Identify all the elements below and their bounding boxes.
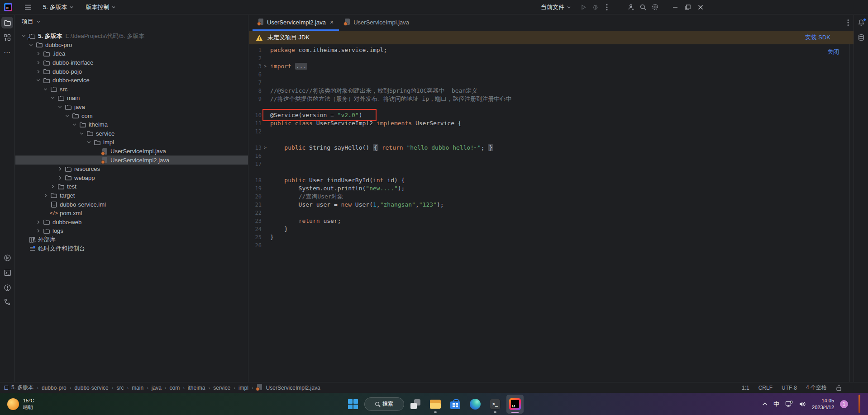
volume-icon[interactable] bbox=[799, 401, 806, 407]
tree-item-dubbo-interface[interactable]: dubbo-interface bbox=[15, 58, 248, 67]
ime-indicator[interactable]: 中 bbox=[773, 400, 779, 408]
settings-gear-icon[interactable] bbox=[649, 1, 661, 13]
code-line-20[interactable]: 20 //查询User对象 bbox=[249, 193, 854, 201]
task-view-button[interactable] bbox=[407, 395, 424, 414]
terminal-toolwindow-icon[interactable] bbox=[1, 267, 13, 278]
chevron-down-icon[interactable] bbox=[78, 131, 86, 137]
tree-item-userserviceimpl2-java[interactable]: UserServiceImpl2.java bbox=[15, 156, 248, 165]
tree-item-userserviceimpl-java[interactable]: UserServiceImpl.java bbox=[15, 147, 248, 156]
code-line-8[interactable]: 8//@Service//将该类的对象创建出来，放到Spring的IOC容器中 … bbox=[249, 87, 854, 95]
chevron-right-icon[interactable] bbox=[34, 228, 42, 234]
terminal-button[interactable]: >_ bbox=[486, 395, 504, 414]
code-line-16[interactable]: 16 bbox=[249, 152, 854, 160]
breadcrumb-item-impl[interactable]: impl bbox=[238, 385, 248, 391]
tree-item-test[interactable]: test bbox=[15, 182, 248, 191]
editor-tab-userserviceimpl2-java[interactable]: UserServiceImpl2.java× bbox=[253, 15, 339, 31]
start-button[interactable] bbox=[344, 395, 362, 414]
tree-item-main[interactable]: main bbox=[15, 94, 248, 103]
close-button[interactable] bbox=[694, 1, 707, 13]
code-line-26[interactable]: 26 bbox=[249, 241, 854, 250]
editor-tab-userserviceimpl-java[interactable]: UserServiceImpl.java bbox=[339, 15, 415, 31]
tree-item-com[interactable]: com bbox=[15, 111, 248, 120]
code-with-me-icon[interactable] bbox=[625, 1, 637, 13]
code-line-24[interactable]: 24 } bbox=[249, 225, 854, 233]
chevron-down-icon[interactable] bbox=[20, 33, 28, 39]
run-icon[interactable] bbox=[577, 1, 589, 13]
database-toolwindow-icon[interactable] bbox=[855, 32, 867, 43]
chevron-right-icon[interactable] bbox=[56, 166, 64, 172]
tree-item-src[interactable]: src bbox=[15, 85, 248, 94]
caret-position[interactable]: 1:1 bbox=[742, 385, 749, 391]
breadcrumb-item-5[interactable]: 5. 多版本 bbox=[11, 384, 33, 391]
tree-item-idea[interactable]: .idea bbox=[15, 49, 248, 58]
tree-item-java[interactable]: java bbox=[15, 103, 248, 112]
show-desktop-strip[interactable] bbox=[858, 395, 860, 413]
breadcrumb-item-java[interactable]: java bbox=[152, 385, 162, 391]
code-line-22[interactable]: 22 bbox=[249, 209, 854, 217]
breadcrumb-item-src[interactable]: src bbox=[116, 385, 124, 391]
chevron-right-icon[interactable] bbox=[49, 184, 57, 189]
chevron-right-icon[interactable] bbox=[34, 69, 42, 75]
close-tab-icon[interactable]: × bbox=[330, 19, 334, 25]
tree-item-dubbo-web[interactable]: dubbo-web bbox=[15, 217, 248, 226]
clock-widget[interactable]: 14:05 2023/4/12 bbox=[812, 397, 834, 411]
tree-item-row-24[interactable]: 临时文件和控制台 bbox=[15, 244, 248, 253]
tree-item-logs[interactable]: logs bbox=[15, 226, 248, 236]
chevron-right-icon[interactable] bbox=[56, 175, 64, 181]
code-line-blank-11[interactable] bbox=[249, 136, 854, 144]
setup-sdk-link[interactable]: 安装 SDK bbox=[805, 33, 830, 42]
more-actions-icon[interactable] bbox=[601, 1, 613, 13]
file-encoding[interactable]: UTF-8 bbox=[782, 385, 797, 391]
project-selector[interactable]: 5. 多版本 bbox=[43, 3, 74, 11]
chevron-right-icon[interactable] bbox=[34, 60, 42, 66]
run-configuration-selector[interactable]: 当前文件 bbox=[541, 3, 571, 11]
main-menu-icon[interactable] bbox=[22, 1, 34, 13]
chevron-down-icon[interactable] bbox=[71, 122, 78, 127]
tree-item-dubbo-pro[interactable]: dubbo-pro bbox=[15, 41, 248, 50]
version-control-toolwindow-icon[interactable] bbox=[1, 296, 13, 308]
tree-item-webapp[interactable]: webapp bbox=[15, 174, 248, 183]
problems-toolwindow-icon[interactable] bbox=[1, 282, 13, 293]
code-line-23[interactable]: 23 return user; bbox=[249, 217, 854, 225]
structure-toolwindow-icon[interactable] bbox=[1, 32, 13, 43]
code-line-3[interactable]: 3>import ... bbox=[249, 62, 854, 71]
more-toolwindows-icon[interactable]: ⋯ bbox=[1, 47, 13, 58]
fold-marker-icon[interactable]: > bbox=[262, 144, 269, 152]
dismiss-banner-link[interactable]: 关闭 bbox=[827, 48, 839, 56]
intellij-idea-button[interactable]: IJ bbox=[506, 395, 524, 414]
tree-item-dubbo-pojo[interactable]: dubbo-pojo bbox=[15, 67, 248, 76]
breadcrumb-item-dubbo-pro[interactable]: dubbo-pro bbox=[42, 385, 67, 391]
tree-item-row-23[interactable]: 外部库 bbox=[15, 236, 248, 245]
breadcrumb-item-userserviceimpl2-java[interactable]: UserServiceImpl2.java bbox=[266, 385, 320, 391]
project-panel-header[interactable]: 项目 bbox=[15, 15, 248, 28]
code-line-18[interactable]: 18 public User findUserById(int id) { bbox=[249, 176, 854, 184]
taskbar-search[interactable]: 搜索 bbox=[364, 395, 404, 414]
tree-item-service[interactable]: service bbox=[15, 129, 248, 138]
chevron-down-icon[interactable] bbox=[85, 139, 93, 145]
code-line-17[interactable]: 17 bbox=[249, 160, 854, 168]
tree-item-5[interactable]: 5. 多版本E:\IdeaProjects\代码\5. 多版本 bbox=[15, 32, 248, 41]
chevron-down-icon[interactable] bbox=[56, 104, 64, 110]
chevron-down-icon[interactable] bbox=[49, 95, 57, 101]
breadcrumb-item-com[interactable]: com bbox=[170, 385, 180, 391]
tree-item-dubbo-service[interactable]: dubbo-service bbox=[15, 76, 248, 85]
fold-marker-icon[interactable]: > bbox=[262, 62, 269, 71]
notification-count-badge[interactable]: 1 bbox=[840, 400, 848, 408]
code-line-12[interactable]: 12 bbox=[249, 127, 854, 136]
debug-icon[interactable] bbox=[589, 1, 601, 13]
line-separator[interactable]: CRLF bbox=[758, 385, 773, 391]
minimize-button[interactable] bbox=[669, 1, 682, 13]
services-toolwindow-icon[interactable] bbox=[1, 252, 13, 264]
code-editor[interactable]: 1package com.itheima.service.impl;23>imp… bbox=[249, 44, 854, 382]
tree-item-impl[interactable]: impl bbox=[15, 138, 248, 147]
search-everywhere-icon[interactable] bbox=[637, 1, 649, 13]
indent-style[interactable]: 4 个空格 bbox=[806, 384, 827, 391]
code-line-7[interactable]: 7 bbox=[249, 79, 854, 87]
breadcrumb-item-service[interactable]: service bbox=[213, 385, 230, 391]
breadcrumb-item-itheima[interactable]: itheima bbox=[188, 385, 205, 391]
code-line-6[interactable]: 6 bbox=[249, 71, 854, 79]
code-line-blank-15[interactable] bbox=[249, 168, 854, 176]
tree-item-itheima[interactable]: itheima bbox=[15, 120, 248, 129]
chevron-down-icon[interactable] bbox=[42, 86, 49, 92]
chevron-right-icon[interactable] bbox=[34, 51, 42, 57]
